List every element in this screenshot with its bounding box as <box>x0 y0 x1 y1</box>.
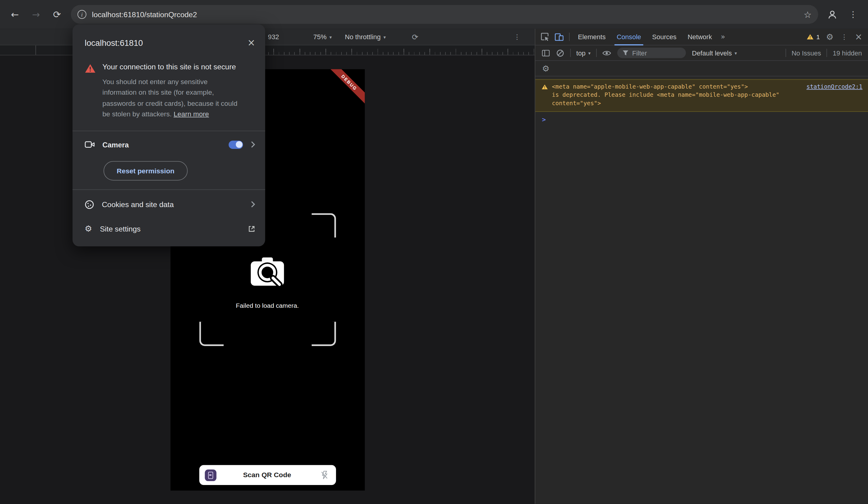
debug-ribbon-container: DEBUG <box>318 69 364 116</box>
toggle-knob <box>236 141 242 148</box>
log-levels-select[interactable]: Default levels ▾ <box>689 49 740 57</box>
filter-input[interactable] <box>632 49 678 57</box>
funnel-icon <box>622 50 629 56</box>
console-warning-line: content="yes"> <box>552 100 862 108</box>
site-settings-row[interactable]: ⚙ Site settings <box>73 217 265 241</box>
console-toolbar-overflow: ⚙ <box>535 61 868 76</box>
url-text[interactable]: localhost:61810/stationQrcode2 <box>92 10 197 19</box>
chevron-down-icon: ▾ <box>329 34 332 40</box>
console-warning-message: stationQrcode2:1 <meta name="apple-mobil… <box>535 79 868 112</box>
tab-elements[interactable]: Elements <box>572 29 611 45</box>
device-height-field[interactable]: 932 <box>268 33 279 41</box>
inspect-cursor-icon <box>541 32 549 41</box>
warning-triangle-icon <box>85 64 96 73</box>
devtools-settings-button[interactable]: ⚙ <box>823 30 837 44</box>
kebab-menu-icon: ⋮ <box>514 33 520 41</box>
toolbar-divider <box>785 49 786 57</box>
chevron-down-icon: ▾ <box>588 50 591 55</box>
camera-permission-row: Camera <box>73 132 265 158</box>
console-messages: stationQrcode2:1 <meta name="apple-mobil… <box>535 76 868 504</box>
bookmark-button[interactable]: ☆ <box>799 6 816 23</box>
console-sidebar-toggle-button[interactable] <box>539 46 553 60</box>
scan-qr-button[interactable]: Scan QR Code <box>199 465 336 485</box>
kebab-menu-icon: ⋮ <box>849 9 857 19</box>
hidden-messages-label[interactable]: 19 hidden <box>830 49 865 57</box>
chevron-right-icon[interactable] <box>251 141 255 148</box>
external-link-icon <box>248 225 255 233</box>
popup-divider <box>73 189 265 190</box>
eye-icon <box>602 50 611 56</box>
camera-error-text: Failed to load camera. <box>170 302 365 309</box>
address-bar[interactable]: i localhost:61810/stationQrcode2 ☆ <box>71 5 818 24</box>
forward-button[interactable]: → <box>25 4 46 25</box>
rotate-device-button[interactable]: ⟳ <box>412 29 418 45</box>
tab-sources[interactable]: Sources <box>647 29 682 45</box>
popup-close-button[interactable]: × <box>243 34 259 51</box>
device-toolbar-menu-button[interactable]: ⋮ <box>514 29 520 45</box>
qr-app-icon <box>205 469 216 481</box>
flash-off-icon <box>321 471 327 479</box>
warning-triangle-icon <box>541 83 548 92</box>
rotate-icon: ⟳ <box>412 32 418 41</box>
gear-icon: ⚙ <box>85 224 92 234</box>
context-value: top <box>576 49 586 57</box>
chevron-down-icon: ▾ <box>734 50 737 55</box>
execution-context-select[interactable]: top ▾ <box>574 49 593 57</box>
gear-icon: ⚙ <box>542 63 550 73</box>
chevron-down-icon: ▾ <box>383 34 386 40</box>
reset-permission-button[interactable]: Reset permission <box>103 161 187 181</box>
live-expression-button[interactable] <box>599 46 614 60</box>
forward-icon: → <box>32 9 40 20</box>
inspect-element-button[interactable] <box>537 30 552 44</box>
console-prompt[interactable]: > <box>535 112 868 123</box>
reload-button[interactable]: ⟳ <box>46 4 68 25</box>
site-info-popup: localhost:61810 × Your connection to thi… <box>73 24 265 247</box>
ban-icon <box>556 49 564 57</box>
connection-warning-section: Your connection to this site is not secu… <box>73 51 265 131</box>
console-settings-button[interactable]: ⚙ <box>539 61 553 76</box>
console-warning-line: is deprecated. Please include <meta name… <box>552 91 862 100</box>
cookies-label: Cookies and site data <box>102 200 243 209</box>
back-icon: ← <box>11 9 19 20</box>
cookies-row[interactable]: Cookies and site data <box>73 192 265 217</box>
close-icon: × <box>247 37 255 48</box>
site-settings-label: Site settings <box>100 225 240 233</box>
flash-toggle-button[interactable] <box>318 471 330 479</box>
toolbar-divider <box>827 49 827 57</box>
issues-link[interactable]: No Issues <box>789 49 824 57</box>
camera-icon <box>85 141 95 148</box>
profile-button[interactable] <box>822 4 843 25</box>
site-info-icon[interactable]: i <box>78 10 86 19</box>
reload-icon: ⟳ <box>53 9 61 20</box>
clear-console-button[interactable] <box>553 46 568 60</box>
devtools-close-button[interactable]: × <box>851 30 866 44</box>
tab-network[interactable]: Network <box>682 29 717 45</box>
console-prompt-chevron: > <box>542 115 546 123</box>
debug-ribbon: DEBUG <box>322 69 364 110</box>
zoom-select[interactable]: 75% ▾ <box>313 29 332 45</box>
learn-more-link[interactable]: Learn more <box>174 110 209 118</box>
warning-count: 1 <box>816 33 820 40</box>
device-mode-icon <box>555 33 563 41</box>
console-source-link[interactable]: stationQrcode2:1 <box>807 83 862 91</box>
toolbar-divider <box>596 49 597 57</box>
scan-frame-corner <box>311 322 336 346</box>
devtools-tab-bar: Elements Console Sources Network » 1 ⚙ ⋮… <box>535 29 868 45</box>
close-icon: × <box>855 32 862 42</box>
camera-toggle[interactable] <box>229 141 243 149</box>
more-tabs-button[interactable]: » <box>717 32 729 41</box>
zoom-value: 75% <box>313 33 327 41</box>
warnings-counter[interactable]: 1 <box>804 33 823 40</box>
bookmark-star-icon: ☆ <box>804 9 812 20</box>
back-button[interactable]: ← <box>4 4 25 25</box>
console-filter[interactable] <box>617 48 686 58</box>
throttling-select[interactable]: No throttling ▾ <box>345 29 386 45</box>
throttling-value: No throttling <box>345 33 381 41</box>
device-toolbar-toggle-button[interactable] <box>552 30 566 44</box>
scan-frame-corner <box>311 213 336 238</box>
scan-frame-corner <box>199 322 223 346</box>
browser-menu-button[interactable]: ⋮ <box>843 4 864 25</box>
devtools-menu-button[interactable]: ⋮ <box>837 30 851 44</box>
gear-icon: ⚙ <box>826 32 834 42</box>
tab-console[interactable]: Console <box>611 29 647 45</box>
